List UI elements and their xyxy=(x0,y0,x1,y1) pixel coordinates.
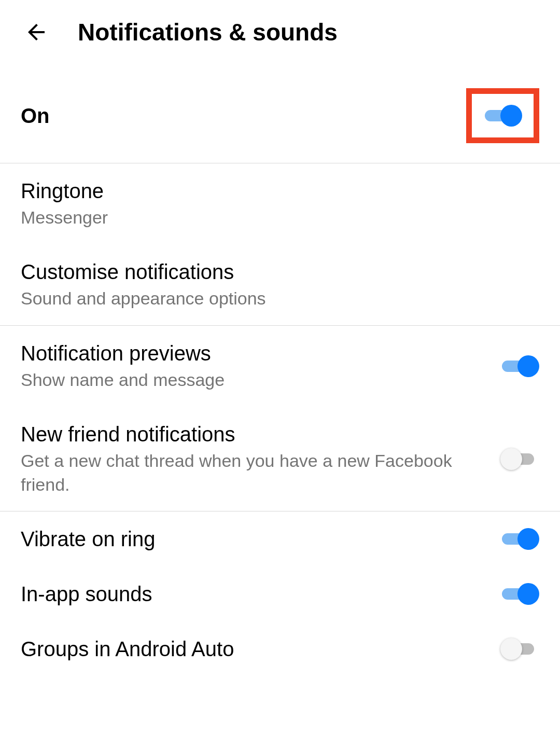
master-toggle-section: On xyxy=(0,68,560,163)
row-title: Ringtone xyxy=(21,178,524,204)
section-3: Vibrate on ring In-app sounds Groups in … xyxy=(0,511,560,676)
back-button[interactable] xyxy=(21,17,52,48)
arrow-left-icon xyxy=(24,20,49,45)
row-subtitle: Show name and message xyxy=(21,368,485,392)
section-1: Ringtone Messenger Customise notificatio… xyxy=(0,163,560,326)
row-title: In-app sounds xyxy=(21,581,485,607)
in-app-sounds-row[interactable]: In-app sounds xyxy=(0,566,560,621)
row-text: On xyxy=(21,103,466,129)
row-subtitle: Get a new chat thread when you have a ne… xyxy=(21,449,485,497)
row-subtitle: Sound and appearance options xyxy=(21,287,524,311)
notification-previews-row[interactable]: Notification previews Show name and mess… xyxy=(0,326,560,407)
row-text: Groups in Android Auto xyxy=(21,636,500,662)
row-text: New friend notifications Get a new chat … xyxy=(21,421,500,497)
vibrate-on-ring-toggle[interactable] xyxy=(500,526,539,552)
vibrate-on-ring-row[interactable]: Vibrate on ring xyxy=(0,511,560,566)
row-title: New friend notifications xyxy=(21,421,485,447)
row-title: Vibrate on ring xyxy=(21,526,485,552)
new-friend-notifications-row[interactable]: New friend notifications Get a new chat … xyxy=(0,407,560,511)
row-text: Vibrate on ring xyxy=(21,526,500,552)
row-text: Ringtone Messenger xyxy=(21,178,539,230)
toggle-knob xyxy=(500,448,522,470)
highlight-annotation xyxy=(466,88,539,143)
row-text: Customise notifications Sound and appear… xyxy=(21,259,539,311)
row-title: Customise notifications xyxy=(21,259,524,285)
toggle-knob xyxy=(500,105,522,127)
groups-android-auto-row[interactable]: Groups in Android Auto xyxy=(0,621,560,676)
groups-android-auto-toggle[interactable] xyxy=(500,636,539,662)
row-text: Notification previews Show name and mess… xyxy=(21,340,500,392)
toggle-knob xyxy=(517,355,539,377)
page-title: Notifications & sounds xyxy=(78,18,338,46)
toggle-knob xyxy=(517,583,539,605)
notification-previews-toggle[interactable] xyxy=(500,353,539,379)
header: Notifications & sounds xyxy=(0,0,560,68)
row-subtitle: Messenger xyxy=(21,206,524,230)
customise-notifications-row[interactable]: Customise notifications Sound and appear… xyxy=(0,244,560,325)
master-toggle-row[interactable]: On xyxy=(0,68,560,163)
row-text: In-app sounds xyxy=(21,581,500,607)
toggle-knob xyxy=(500,638,522,660)
section-2: Notification previews Show name and mess… xyxy=(0,326,560,512)
new-friend-notifications-toggle[interactable] xyxy=(500,446,539,472)
row-title: Groups in Android Auto xyxy=(21,636,485,662)
row-title: Notification previews xyxy=(21,340,485,366)
in-app-sounds-toggle[interactable] xyxy=(500,581,539,607)
toggle-knob xyxy=(517,528,539,550)
master-toggle-label: On xyxy=(21,103,451,129)
ringtone-row[interactable]: Ringtone Messenger xyxy=(0,163,560,244)
master-toggle[interactable] xyxy=(483,103,522,129)
